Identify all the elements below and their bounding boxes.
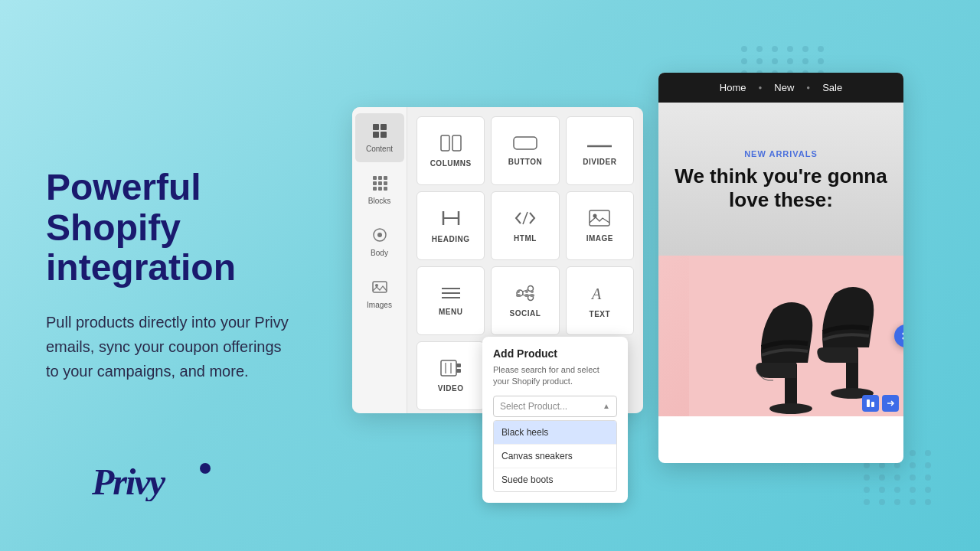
grid-item-social[interactable]: SOCIAL: [491, 266, 559, 335]
option-canvas-sneakers[interactable]: Canvas sneakers: [494, 445, 616, 468]
grid-item-menu[interactable]: MENU: [416, 266, 485, 335]
columns-label: COLUMNS: [430, 159, 472, 168]
svg-rect-8: [384, 176, 387, 180]
popup-description: Please search for and select your Shopif…: [493, 364, 617, 388]
button-label: BUTTON: [508, 158, 542, 166]
option-black-heels[interactable]: Black heels: [494, 421, 616, 445]
svg-rect-17: [373, 282, 387, 292]
product-dropdown: Black heels Canvas sneakers Suede boots: [493, 420, 617, 492]
select-placeholder: Select Product...: [500, 401, 567, 412]
sidebar-content-label: Content: [366, 145, 393, 153]
nav-sale: Sale: [822, 82, 842, 93]
new-arrivals-badge: NEW ARRIVALS: [744, 149, 818, 158]
svg-point-1: [200, 463, 211, 474]
footer-icon-1[interactable]: [862, 395, 879, 412]
svg-point-37: [517, 290, 520, 293]
svg-rect-2: [373, 124, 379, 130]
email-product-section: [658, 256, 903, 416]
grid-item-heading[interactable]: HEADING: [416, 191, 485, 260]
grid-item-html[interactable]: HTML: [491, 191, 559, 260]
social-label: SOCIAL: [510, 309, 541, 318]
image-icon: [589, 210, 610, 230]
nav-home: Home: [720, 82, 746, 93]
html-label: HTML: [514, 234, 537, 243]
sidebar-blocks-label: Blocks: [368, 197, 390, 205]
menu-icon: [440, 286, 462, 303]
social-icon: [514, 285, 537, 305]
html-icon: [514, 210, 536, 230]
content-icon: [371, 122, 388, 142]
svg-rect-11: [384, 181, 387, 185]
svg-rect-47: [456, 364, 461, 367]
svg-text:Privy: Privy: [92, 461, 166, 501]
grid-item-image[interactable]: IMAGE: [566, 191, 634, 260]
svg-point-38: [516, 294, 521, 297]
sidebar-item-content[interactable]: Content: [355, 113, 404, 162]
svg-rect-10: [378, 181, 382, 185]
nav-dot-1: ●: [758, 84, 762, 91]
svg-point-39: [525, 290, 528, 293]
svg-rect-12: [373, 187, 377, 191]
body-icon: [371, 227, 388, 246]
grid-item-divider[interactable]: DIVIDER: [566, 116, 634, 185]
svg-point-28: [593, 214, 597, 217]
svg-text:A: A: [590, 285, 602, 302]
svg-rect-19: [441, 135, 449, 151]
sidebar-item-images[interactable]: Images: [355, 269, 404, 318]
chevron-up-icon: ▲: [603, 402, 610, 410]
menu-label: MENU: [439, 308, 462, 316]
grid-item-columns[interactable]: COLUMNS: [416, 116, 485, 185]
heading-icon: [441, 209, 461, 230]
grid-item-video[interactable]: VIDEO: [416, 341, 485, 410]
video-label: VIDEO: [438, 384, 464, 393]
footer-icon-2[interactable]: [882, 395, 899, 412]
svg-rect-20: [452, 135, 461, 151]
svg-rect-60: [871, 402, 874, 407]
svg-point-40: [524, 294, 529, 297]
svg-point-16: [377, 233, 382, 237]
svg-rect-48: [456, 369, 461, 373]
svg-rect-4: [373, 132, 379, 138]
svg-rect-21: [514, 137, 537, 149]
option-suede-boots[interactable]: Suede boots: [494, 468, 616, 491]
svg-point-42: [530, 294, 534, 297]
add-product-popup: Add Product Please search for and select…: [482, 337, 628, 503]
nav-new: New: [774, 82, 794, 93]
grid-item-text[interactable]: A TEXT: [566, 266, 634, 335]
grid-item-button[interactable]: BUTTON: [491, 116, 559, 185]
svg-rect-59: [867, 399, 870, 407]
logo-text: Privy: [92, 471, 214, 508]
svg-line-26: [523, 212, 528, 224]
sidebar-images-label: Images: [367, 301, 392, 309]
email-nav: Home ● New ● Sale: [658, 73, 903, 103]
email-footer-bar: [858, 390, 903, 416]
svg-rect-14: [384, 187, 387, 191]
privy-logo-svg: Privy: [92, 459, 214, 501]
privy-logo: Privy: [92, 459, 214, 509]
svg-rect-5: [381, 132, 387, 138]
image-label: IMAGE: [586, 234, 613, 243]
sidebar-item-body[interactable]: Body: [355, 217, 404, 266]
nav-dot-2: ●: [806, 84, 810, 91]
subtext: Pull products directly into your Privy e…: [46, 310, 291, 383]
svg-point-55: [903, 333, 904, 335]
button-icon: [513, 136, 537, 153]
svg-rect-27: [590, 210, 609, 226]
sidebar-body-label: Body: [371, 249, 388, 257]
svg-rect-9: [373, 181, 377, 185]
heading-label: HEADING: [432, 235, 470, 243]
email-preview: Home ● New ● Sale NEW ARRIVALS We think …: [658, 73, 903, 463]
divider-icon: [587, 136, 612, 153]
text-icon: A: [590, 284, 609, 305]
popup-title: Add Product: [493, 347, 617, 360]
blocks-icon: [371, 174, 388, 194]
left-panel: Powerful Shopify integration Pull produc…: [46, 0, 337, 551]
product-select-box[interactable]: Select Product... ▲: [493, 396, 617, 417]
svg-rect-44: [441, 360, 456, 376]
editor-sidebar: Content Blocks: [352, 107, 407, 413]
sidebar-item-blocks[interactable]: Blocks: [355, 165, 404, 214]
svg-point-54: [769, 403, 812, 414]
images-icon: [371, 279, 388, 298]
svg-rect-13: [378, 187, 382, 191]
svg-point-41: [531, 290, 534, 293]
